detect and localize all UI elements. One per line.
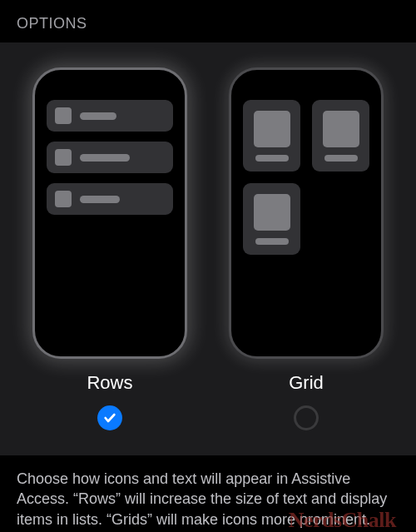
row-item [47,100,173,132]
grid-label-placeholder [255,238,289,245]
grid-icon-placeholder [323,111,359,147]
rows-preview-content [47,100,173,225]
grid-item [243,100,300,172]
grid-preview-phone [229,67,384,359]
row-icon-placeholder [55,107,72,124]
section-title: OPTIONS [17,15,87,32]
row-item [47,142,173,173]
row-item [47,183,173,215]
grid-label-placeholder [324,155,358,162]
grid-preview-content [243,100,369,255]
grid-preview-wrap [229,67,384,359]
grid-container [243,100,369,255]
row-label-placeholder [80,196,120,203]
grid-item [243,183,300,255]
grid-icon-placeholder [254,194,290,231]
rows-preview-phone [32,67,187,359]
grid-label-placeholder [255,155,289,162]
row-label-placeholder [80,112,116,120]
rows-preview-wrap [32,67,187,359]
option-grid-label: Grid [289,372,324,394]
radio-grid-unselected[interactable] [294,405,319,430]
row-icon-placeholder [55,191,72,207]
grid-item [312,100,369,172]
row-label-placeholder [80,154,130,162]
footer-description: Choose how icons and text will appear in… [17,470,387,528]
radio-rows-selected[interactable] [97,405,122,430]
option-rows-label: Rows [87,372,132,394]
checkmark-icon [103,411,116,425]
option-rows[interactable]: Rows [27,67,193,430]
grid-icon-placeholder [254,111,290,147]
option-grid[interactable]: Grid [223,67,389,430]
row-icon-placeholder [55,149,72,166]
footer-description-container: Choose how icons and text will appear in… [0,455,416,532]
options-panel: Rows [0,42,416,455]
section-header: OPTIONS [0,0,416,42]
